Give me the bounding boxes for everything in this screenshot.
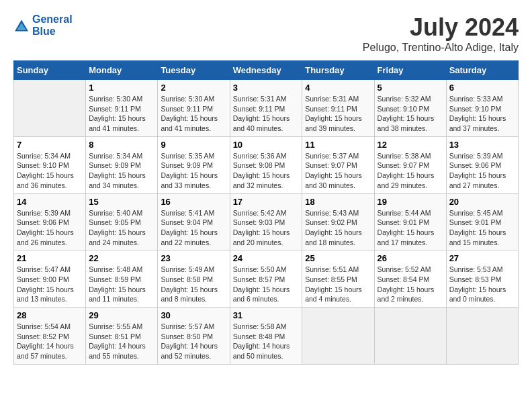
calendar-cell: 20Sunrise: 5:45 AM Sunset: 9:01 PM Dayli… <box>446 193 518 250</box>
day-header-saturday: Saturday <box>446 61 518 80</box>
day-info: Sunrise: 5:43 AM Sunset: 9:02 PM Dayligh… <box>305 208 371 248</box>
calendar-cell: 18Sunrise: 5:43 AM Sunset: 9:02 PM Dayli… <box>302 193 374 250</box>
calendar-cell: 5Sunrise: 5:32 AM Sunset: 9:10 PM Daylig… <box>374 80 446 137</box>
calendar-cell: 13Sunrise: 5:39 AM Sunset: 9:06 PM Dayli… <box>446 136 518 193</box>
logo: General Blue <box>13 13 73 38</box>
calendar-cell: 26Sunrise: 5:52 AM Sunset: 8:54 PM Dayli… <box>374 250 446 308</box>
day-number: 12 <box>378 140 443 150</box>
day-info: Sunrise: 5:30 AM Sunset: 9:11 PM Dayligh… <box>161 94 226 134</box>
day-info: Sunrise: 5:34 AM Sunset: 9:10 PM Dayligh… <box>17 151 83 191</box>
day-header-sunday: Sunday <box>14 61 86 80</box>
day-info: Sunrise: 5:38 AM Sunset: 9:07 PM Dayligh… <box>378 151 443 191</box>
calendar-cell: 23Sunrise: 5:49 AM Sunset: 8:58 PM Dayli… <box>158 250 230 308</box>
day-info: Sunrise: 5:47 AM Sunset: 9:00 PM Dayligh… <box>17 265 83 304</box>
day-header-thursday: Thursday <box>302 61 374 80</box>
day-number: 23 <box>161 253 226 263</box>
day-number: 7 <box>17 140 83 150</box>
calendar-cell <box>14 80 86 137</box>
day-info: Sunrise: 5:39 AM Sunset: 9:06 PM Dayligh… <box>17 208 83 248</box>
calendar-cell: 28Sunrise: 5:54 AM Sunset: 8:52 PM Dayli… <box>14 308 86 365</box>
day-info: Sunrise: 5:40 AM Sunset: 9:05 PM Dayligh… <box>89 208 154 248</box>
day-number: 26 <box>378 253 443 263</box>
calendar-week-row: 14Sunrise: 5:39 AM Sunset: 9:06 PM Dayli… <box>14 193 519 250</box>
day-number: 19 <box>378 197 443 207</box>
day-info: Sunrise: 5:45 AM Sunset: 9:01 PM Dayligh… <box>449 208 515 248</box>
day-info: Sunrise: 5:53 AM Sunset: 8:53 PM Dayligh… <box>449 265 515 304</box>
day-number: 16 <box>161 197 226 207</box>
calendar-week-row: 7Sunrise: 5:34 AM Sunset: 9:10 PM Daylig… <box>14 136 519 193</box>
calendar-table: SundayMondayTuesdayWednesdayThursdayFrid… <box>13 60 519 365</box>
calendar-cell <box>374 308 446 365</box>
calendar-body: 1Sunrise: 5:30 AM Sunset: 9:11 PM Daylig… <box>14 80 519 365</box>
day-info: Sunrise: 5:41 AM Sunset: 9:04 PM Dayligh… <box>161 208 226 248</box>
calendar-cell: 29Sunrise: 5:55 AM Sunset: 8:51 PM Dayli… <box>86 308 158 365</box>
day-number: 1 <box>89 83 154 93</box>
day-info: Sunrise: 5:52 AM Sunset: 8:54 PM Dayligh… <box>378 265 443 304</box>
logo-icon <box>13 19 30 32</box>
day-number: 20 <box>449 197 515 207</box>
day-number: 24 <box>233 253 300 263</box>
day-header-tuesday: Tuesday <box>158 61 230 80</box>
calendar-cell: 1Sunrise: 5:30 AM Sunset: 9:11 PM Daylig… <box>86 80 158 137</box>
calendar-cell: 17Sunrise: 5:42 AM Sunset: 9:03 PM Dayli… <box>230 193 302 250</box>
day-info: Sunrise: 5:57 AM Sunset: 8:50 PM Dayligh… <box>161 322 226 361</box>
calendar-cell: 8Sunrise: 5:34 AM Sunset: 9:09 PM Daylig… <box>86 136 158 193</box>
calendar-cell: 22Sunrise: 5:48 AM Sunset: 8:59 PM Dayli… <box>86 250 158 308</box>
day-number: 11 <box>305 140 371 150</box>
day-info: Sunrise: 5:31 AM Sunset: 9:11 PM Dayligh… <box>233 94 300 134</box>
day-info: Sunrise: 5:32 AM Sunset: 9:10 PM Dayligh… <box>378 94 443 134</box>
day-header-wednesday: Wednesday <box>230 61 302 80</box>
calendar-header-row: SundayMondayTuesdayWednesdayThursdayFrid… <box>14 61 519 80</box>
day-number: 2 <box>161 83 226 93</box>
calendar-cell: 14Sunrise: 5:39 AM Sunset: 9:06 PM Dayli… <box>14 193 86 250</box>
calendar-cell: 12Sunrise: 5:38 AM Sunset: 9:07 PM Dayli… <box>374 136 446 193</box>
location-title: Pelugo, Trentino-Alto Adige, Italy <box>363 42 519 54</box>
calendar-cell: 24Sunrise: 5:50 AM Sunset: 8:57 PM Dayli… <box>230 250 302 308</box>
day-info: Sunrise: 5:44 AM Sunset: 9:01 PM Dayligh… <box>378 208 443 248</box>
day-number: 14 <box>17 197 83 207</box>
day-info: Sunrise: 5:51 AM Sunset: 8:55 PM Dayligh… <box>305 265 371 304</box>
day-info: Sunrise: 5:37 AM Sunset: 9:07 PM Dayligh… <box>305 151 371 191</box>
day-number: 28 <box>17 310 83 320</box>
day-number: 29 <box>89 310 154 320</box>
day-number: 15 <box>89 197 154 207</box>
day-number: 5 <box>378 83 443 93</box>
day-number: 9 <box>161 140 226 150</box>
calendar-cell: 19Sunrise: 5:44 AM Sunset: 9:01 PM Dayli… <box>374 193 446 250</box>
day-number: 6 <box>449 83 515 93</box>
calendar-cell: 30Sunrise: 5:57 AM Sunset: 8:50 PM Dayli… <box>158 308 230 365</box>
day-info: Sunrise: 5:30 AM Sunset: 9:11 PM Dayligh… <box>89 94 154 134</box>
calendar-week-row: 28Sunrise: 5:54 AM Sunset: 8:52 PM Dayli… <box>14 308 519 365</box>
day-info: Sunrise: 5:34 AM Sunset: 9:09 PM Dayligh… <box>89 151 154 191</box>
day-number: 18 <box>305 197 371 207</box>
calendar-cell: 15Sunrise: 5:40 AM Sunset: 9:05 PM Dayli… <box>86 193 158 250</box>
calendar-cell: 7Sunrise: 5:34 AM Sunset: 9:10 PM Daylig… <box>14 136 86 193</box>
calendar-cell <box>446 308 518 365</box>
calendar-week-row: 21Sunrise: 5:47 AM Sunset: 9:00 PM Dayli… <box>14 250 519 308</box>
day-number: 17 <box>233 197 300 207</box>
day-number: 13 <box>449 140 515 150</box>
day-number: 21 <box>17 253 83 263</box>
day-number: 8 <box>89 140 154 150</box>
day-info: Sunrise: 5:31 AM Sunset: 9:11 PM Dayligh… <box>305 94 371 134</box>
day-header-friday: Friday <box>374 61 446 80</box>
header: General Blue July 2024 Pelugo, Trentino-… <box>13 13 519 54</box>
calendar-cell: 6Sunrise: 5:33 AM Sunset: 9:10 PM Daylig… <box>446 80 518 137</box>
day-info: Sunrise: 5:49 AM Sunset: 8:58 PM Dayligh… <box>161 265 226 304</box>
day-header-monday: Monday <box>86 61 158 80</box>
calendar-cell: 3Sunrise: 5:31 AM Sunset: 9:11 PM Daylig… <box>230 80 302 137</box>
day-info: Sunrise: 5:42 AM Sunset: 9:03 PM Dayligh… <box>233 208 300 248</box>
day-info: Sunrise: 5:39 AM Sunset: 9:06 PM Dayligh… <box>449 151 515 191</box>
day-number: 25 <box>305 253 371 263</box>
day-number: 3 <box>233 83 300 93</box>
calendar-cell: 27Sunrise: 5:53 AM Sunset: 8:53 PM Dayli… <box>446 250 518 308</box>
logo-text: General Blue <box>32 13 73 38</box>
day-number: 27 <box>449 253 515 263</box>
calendar-cell: 25Sunrise: 5:51 AM Sunset: 8:55 PM Dayli… <box>302 250 374 308</box>
calendar-cell: 11Sunrise: 5:37 AM Sunset: 9:07 PM Dayli… <box>302 136 374 193</box>
day-info: Sunrise: 5:55 AM Sunset: 8:51 PM Dayligh… <box>89 322 154 361</box>
calendar-cell: 10Sunrise: 5:36 AM Sunset: 9:08 PM Dayli… <box>230 136 302 193</box>
day-info: Sunrise: 5:54 AM Sunset: 8:52 PM Dayligh… <box>17 322 83 361</box>
day-info: Sunrise: 5:50 AM Sunset: 8:57 PM Dayligh… <box>233 265 300 304</box>
day-number: 10 <box>233 140 300 150</box>
